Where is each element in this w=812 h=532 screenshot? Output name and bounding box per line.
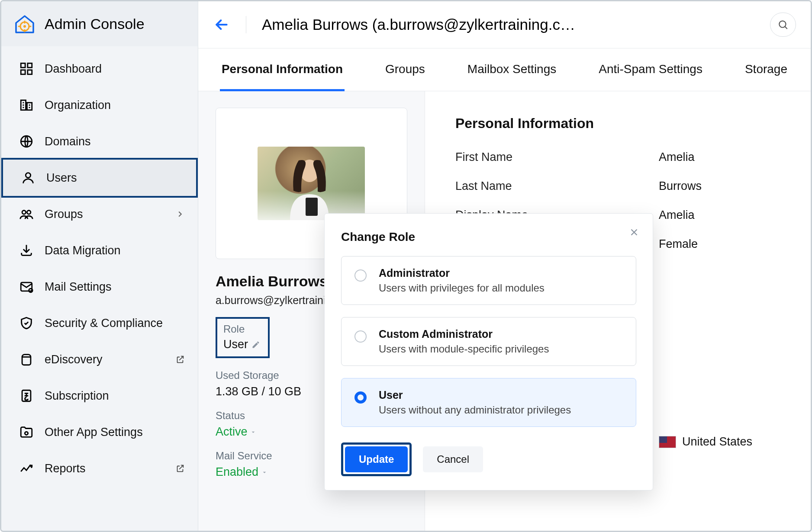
reports-icon (19, 461, 34, 476)
pi-val: Amelia (659, 208, 695, 222)
role-value: User (223, 338, 248, 351)
pi-row-last-name: Last Name Burrows (455, 179, 780, 193)
sidebar-item-mail-settings[interactable]: Mail Settings (1, 269, 198, 305)
sidebar-item-label: Other App Settings (45, 426, 143, 439)
app-title: Admin Console (45, 16, 145, 32)
tab-label: Anti-Spam Settings (599, 62, 702, 76)
role-option-custom-admin[interactable]: Custom Administrator Users with module-s… (341, 317, 636, 366)
mail-settings-icon (19, 279, 34, 295)
page-title: Amelia Burrows (a.burrows@zylkertraining… (246, 16, 575, 33)
users-icon (20, 170, 36, 186)
sidebar-item-label: Mail Settings (45, 280, 112, 294)
radio-icon (354, 391, 367, 404)
tab-label: Personal Information (222, 62, 343, 76)
sidebar-item-label: eDiscovery (45, 353, 103, 366)
pi-val: Female (659, 237, 698, 251)
caret-down-icon[interactable] (250, 429, 257, 436)
update-button-highlight: Update (341, 442, 412, 476)
sidebar-item-label: Reports (45, 462, 86, 475)
sidebar-item-label: Security & Compliance (45, 317, 163, 330)
role-option-user[interactable]: User Users without any administrator pri… (341, 378, 636, 427)
pi-key: First Name (455, 151, 659, 164)
svg-point-1 (23, 25, 26, 28)
svg-point-10 (22, 211, 26, 215)
sidebar-item-security[interactable]: Security & Compliance (1, 305, 198, 341)
option-desc: Users with privileges for all modules (379, 282, 545, 294)
sidebar-item-label: Data Migration (45, 244, 121, 257)
groups-icon (19, 206, 34, 222)
shield-icon (19, 315, 34, 331)
role-field[interactable]: Role User (216, 317, 270, 358)
kv-value: Enabled (216, 465, 258, 479)
tab-label: Storage (745, 62, 787, 76)
tab-groups[interactable]: Groups (383, 48, 427, 91)
subscription-icon (19, 388, 34, 404)
chevron-right-icon (175, 209, 185, 219)
role-label: Role (223, 323, 260, 335)
svg-rect-2 (21, 63, 25, 67)
pi-row-first-name: First Name Amelia (455, 151, 780, 164)
external-link-icon (175, 464, 185, 473)
organization-icon (19, 97, 34, 113)
option-title: Administrator (379, 267, 545, 279)
modal-title: Change Role (341, 230, 636, 244)
topbar: Amelia Burrows (a.burrows@zylkertraining… (198, 1, 811, 48)
option-title: Custom Administrator (379, 328, 549, 340)
section-heading: Personal Information (455, 115, 780, 131)
dashboard-icon (19, 61, 34, 77)
tab-anti-spam[interactable]: Anti-Spam Settings (597, 48, 704, 91)
option-desc: Users with module-specific privileges (379, 343, 549, 355)
sidebar-item-label: Users (46, 171, 77, 185)
tab-mailbox-settings[interactable]: Mailbox Settings (466, 48, 558, 91)
sidebar-item-label: Subscription (45, 389, 109, 403)
radio-icon (354, 330, 367, 343)
sidebar-item-subscription[interactable]: Subscription (1, 378, 198, 414)
sidebar-item-ediscovery[interactable]: eDiscovery (1, 341, 198, 378)
tab-storage[interactable]: Storage (743, 48, 789, 91)
sidebar-item-organization[interactable]: Organization (1, 87, 198, 123)
sidebar: Admin Console Dashboard Organization Dom… (1, 1, 198, 531)
pi-val: Burrows (659, 179, 702, 193)
svg-rect-3 (28, 63, 32, 67)
sidebar-item-other-app-settings[interactable]: Other App Settings (1, 414, 198, 450)
svg-rect-17 (306, 198, 318, 216)
sidebar-item-groups[interactable]: Groups (1, 196, 198, 232)
option-desc: Users without any administrator privileg… (379, 404, 571, 416)
tabs: Personal Information Groups Mailbox Sett… (198, 48, 811, 91)
svg-rect-7 (27, 103, 32, 110)
domains-icon (19, 134, 34, 149)
sidebar-item-label: Dashboard (45, 62, 102, 76)
close-icon[interactable] (628, 227, 640, 238)
update-button[interactable]: Update (345, 446, 408, 472)
sidebar-item-dashboard[interactable]: Dashboard (1, 51, 198, 87)
back-button[interactable] (213, 16, 230, 33)
sidebar-item-domains[interactable]: Domains (1, 123, 198, 160)
sidebar-item-reports[interactable]: Reports (1, 450, 198, 487)
sidebar-item-label: Organization (45, 99, 111, 112)
svg-point-16 (779, 21, 786, 27)
svg-rect-5 (28, 70, 32, 74)
sidebar-item-users[interactable]: Users (1, 158, 198, 198)
kv-value: 1.38 GB / 10 GB (216, 385, 301, 398)
edit-icon[interactable] (251, 340, 260, 349)
caret-down-icon[interactable] (261, 469, 268, 476)
option-title: User (379, 389, 571, 401)
search-icon (777, 19, 789, 30)
external-link-icon (175, 355, 185, 364)
tab-label: Groups (385, 62, 425, 76)
radio-icon (354, 269, 367, 282)
cancel-button[interactable]: Cancel (423, 446, 483, 472)
data-migration-icon (19, 243, 34, 258)
svg-rect-4 (21, 70, 25, 74)
role-option-administrator[interactable]: Administrator Users with privileges for … (341, 256, 636, 305)
ediscovery-icon (19, 352, 34, 367)
pi-val: Amelia (659, 151, 695, 164)
sidebar-item-data-migration[interactable]: Data Migration (1, 232, 198, 269)
svg-point-9 (26, 173, 30, 178)
search-button[interactable] (770, 13, 796, 37)
other-app-settings-icon (19, 424, 34, 440)
tab-personal-information[interactable]: Personal Information (220, 48, 345, 91)
tab-label: Mailbox Settings (467, 62, 556, 76)
sidebar-nav: Dashboard Organization Domains Users (1, 46, 198, 487)
avatar-photo (258, 147, 365, 220)
